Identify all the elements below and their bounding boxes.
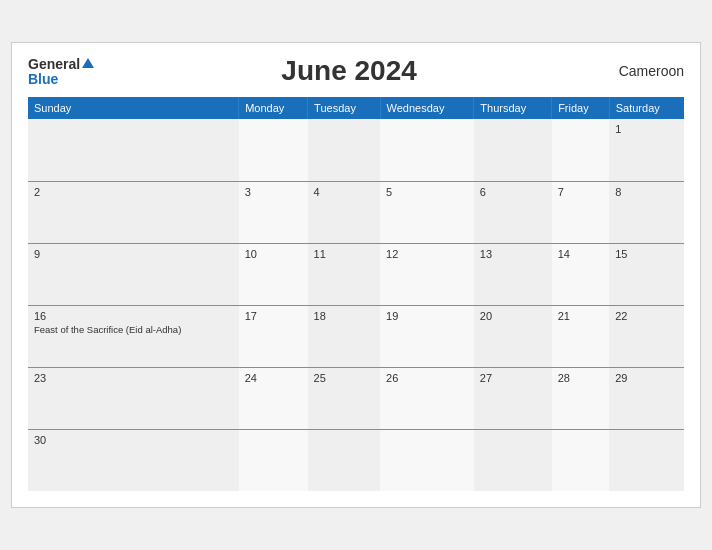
day-number: 9 <box>34 248 233 260</box>
day-number: 21 <box>558 310 604 322</box>
weekday-header: Wednesday <box>380 97 474 119</box>
day-number: 30 <box>34 434 233 446</box>
calendar-day-cell: 19 <box>380 305 474 367</box>
calendar-day-cell: 16Feast of the Sacrifice (Eid al-Adha) <box>28 305 239 367</box>
logo-general: General <box>28 55 94 73</box>
calendar-week-row: 30 <box>28 429 684 491</box>
calendar-day-cell: 23 <box>28 367 239 429</box>
weekday-header: Sunday <box>28 97 239 119</box>
weekday-header: Monday <box>239 97 308 119</box>
calendar-day-cell: 14 <box>552 243 610 305</box>
day-number: 11 <box>314 248 374 260</box>
calendar-week-row: 1 <box>28 119 684 181</box>
calendar-day-cell <box>609 429 684 491</box>
calendar-week-row: 16Feast of the Sacrifice (Eid al-Adha)17… <box>28 305 684 367</box>
calendar-day-cell: 26 <box>380 367 474 429</box>
calendar-day-cell <box>308 429 380 491</box>
day-number: 28 <box>558 372 604 384</box>
day-number: 2 <box>34 186 233 198</box>
calendar-day-cell <box>552 119 610 181</box>
day-number: 13 <box>480 248 546 260</box>
calendar-day-cell: 18 <box>308 305 380 367</box>
calendar-day-cell <box>474 429 552 491</box>
calendar-day-cell: 28 <box>552 367 610 429</box>
day-number: 10 <box>245 248 302 260</box>
calendar-day-cell <box>552 429 610 491</box>
calendar-week-row: 23242526272829 <box>28 367 684 429</box>
logo-blue: Blue <box>28 72 94 87</box>
day-number: 19 <box>386 310 468 322</box>
day-number: 23 <box>34 372 233 384</box>
day-number: 1 <box>615 123 678 135</box>
day-number: 7 <box>558 186 604 198</box>
calendar-header: General Blue June 2024 Cameroon <box>28 55 684 88</box>
calendar-day-cell <box>28 119 239 181</box>
calendar-day-cell: 12 <box>380 243 474 305</box>
calendar-day-cell: 17 <box>239 305 308 367</box>
calendar-day-cell: 27 <box>474 367 552 429</box>
calendar-day-cell: 8 <box>609 181 684 243</box>
calendar-container: General Blue June 2024 Cameroon SundayMo… <box>11 42 701 509</box>
calendar-day-cell: 30 <box>28 429 239 491</box>
calendar-body: 12345678910111213141516Feast of the Sacr… <box>28 119 684 491</box>
calendar-day-cell: 4 <box>308 181 380 243</box>
day-number: 29 <box>615 372 678 384</box>
day-number: 8 <box>615 186 678 198</box>
day-number: 20 <box>480 310 546 322</box>
calendar-day-cell: 11 <box>308 243 380 305</box>
day-number: 3 <box>245 186 302 198</box>
calendar-day-cell <box>380 119 474 181</box>
calendar-day-cell <box>239 429 308 491</box>
day-number: 24 <box>245 372 302 384</box>
calendar-day-cell: 13 <box>474 243 552 305</box>
calendar-day-cell: 24 <box>239 367 308 429</box>
calendar-week-row: 9101112131415 <box>28 243 684 305</box>
day-number: 15 <box>615 248 678 260</box>
calendar-table: SundayMondayTuesdayWednesdayThursdayFrid… <box>28 97 684 491</box>
event-label: Feast of the Sacrifice (Eid al-Adha) <box>34 324 233 336</box>
calendar-day-cell: 2 <box>28 181 239 243</box>
day-number: 16 <box>34 310 233 322</box>
calendar-day-cell: 25 <box>308 367 380 429</box>
logo: General Blue <box>28 55 94 88</box>
calendar-day-cell: 22 <box>609 305 684 367</box>
day-number: 5 <box>386 186 468 198</box>
day-number: 22 <box>615 310 678 322</box>
calendar-day-cell <box>474 119 552 181</box>
day-number: 17 <box>245 310 302 322</box>
day-number: 18 <box>314 310 374 322</box>
day-number: 6 <box>480 186 546 198</box>
logo-triangle-icon <box>82 58 94 68</box>
day-number: 14 <box>558 248 604 260</box>
calendar-day-cell: 15 <box>609 243 684 305</box>
weekday-header: Friday <box>552 97 610 119</box>
weekday-header: Tuesday <box>308 97 380 119</box>
day-number: 12 <box>386 248 468 260</box>
day-number: 27 <box>480 372 546 384</box>
calendar-day-cell: 20 <box>474 305 552 367</box>
calendar-day-cell <box>380 429 474 491</box>
calendar-day-cell: 9 <box>28 243 239 305</box>
calendar-day-cell: 7 <box>552 181 610 243</box>
calendar-day-cell: 6 <box>474 181 552 243</box>
weekday-header: Thursday <box>474 97 552 119</box>
day-number: 4 <box>314 186 374 198</box>
calendar-day-cell: 1 <box>609 119 684 181</box>
country-label: Cameroon <box>604 63 684 79</box>
month-title: June 2024 <box>94 55 604 87</box>
day-number: 26 <box>386 372 468 384</box>
calendar-day-cell <box>308 119 380 181</box>
calendar-day-cell: 21 <box>552 305 610 367</box>
calendar-day-cell: 29 <box>609 367 684 429</box>
calendar-header-row: SundayMondayTuesdayWednesdayThursdayFrid… <box>28 97 684 119</box>
calendar-day-cell: 5 <box>380 181 474 243</box>
weekday-header: Saturday <box>609 97 684 119</box>
calendar-day-cell: 3 <box>239 181 308 243</box>
calendar-day-cell <box>239 119 308 181</box>
day-number: 25 <box>314 372 374 384</box>
calendar-week-row: 2345678 <box>28 181 684 243</box>
calendar-day-cell: 10 <box>239 243 308 305</box>
